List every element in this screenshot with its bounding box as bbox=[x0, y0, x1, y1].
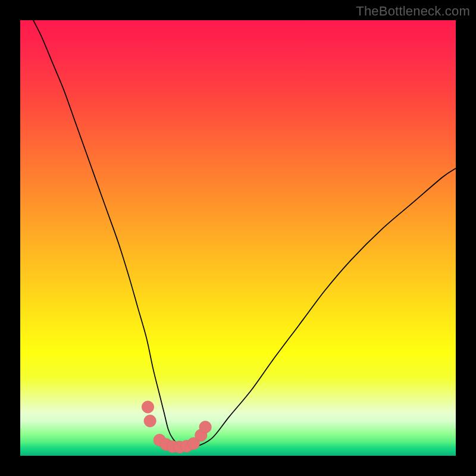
curve-layer bbox=[20, 20, 456, 456]
watermark-label: TheBottleneck.com bbox=[356, 4, 470, 19]
marker-point bbox=[142, 401, 154, 414]
chart-stage: TheBottleneck.com bbox=[0, 0, 476, 476]
plot-area bbox=[20, 20, 456, 456]
marker-point bbox=[144, 415, 156, 427]
marker-point bbox=[199, 421, 212, 433]
bottleneck-curve bbox=[33, 20, 456, 448]
